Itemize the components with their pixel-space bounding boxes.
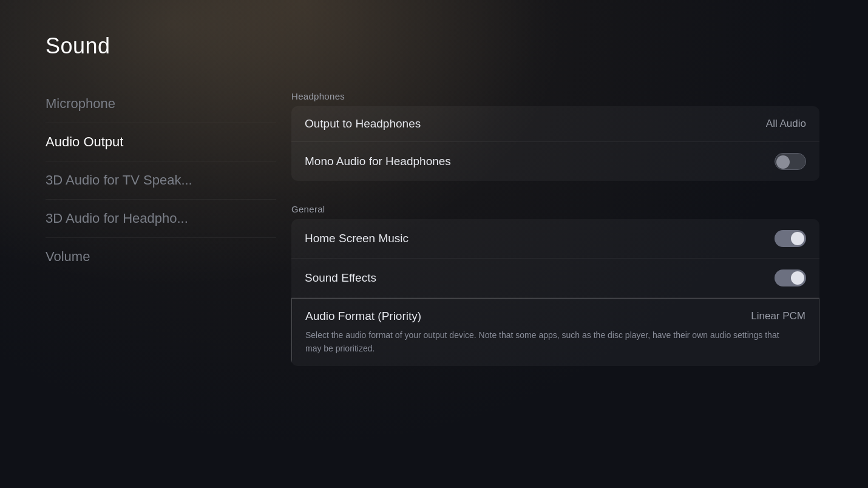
sidebar-item-audio-output[interactable]: Audio Output [46,123,276,161]
mono-audio-label: Mono Audio for Headphones [305,155,451,168]
sidebar-item-microphone[interactable]: Microphone [46,85,276,123]
home-screen-music-label: Home Screen Music [305,232,409,245]
output-to-headphones-value: All Audio [766,118,806,130]
section-label-headphones: Headphones [291,85,819,106]
sidebar-item-volume[interactable]: Volume [46,238,276,276]
page-title: Sound [46,33,110,59]
home-screen-music-toggle-knob [791,232,804,245]
general-group: Home Screen Music Sound Effects Audio Fo… [291,219,819,366]
sound-effects-toggle-knob [791,271,804,285]
mono-audio-toggle-knob [776,155,790,169]
main-content: Headphones Output to Headphones All Audi… [291,85,819,464]
home-screen-music-row[interactable]: Home Screen Music [291,219,819,259]
mono-audio-toggle[interactable] [775,153,806,170]
section-label-general: General [291,198,819,219]
sidebar-item-3d-headphones[interactable]: 3D Audio for Headpho... [46,200,276,238]
audio-format-row[interactable]: Audio Format (Priority) Linear PCM Selec… [291,298,819,366]
audio-format-value: Linear PCM [751,310,805,322]
audio-format-label: Audio Format (Priority) [305,310,421,323]
sound-effects-toggle[interactable] [775,269,806,286]
audio-format-top: Audio Format (Priority) Linear PCM [305,310,805,323]
output-to-headphones-label: Output to Headphones [305,117,421,130]
audio-format-content: Audio Format (Priority) Linear PCM Selec… [305,310,805,355]
sidebar: Microphone Audio Output 3D Audio for TV … [46,85,276,276]
sidebar-item-3d-tv[interactable]: 3D Audio for TV Speak... [46,161,276,200]
audio-format-description: Select the audio format of your output d… [305,329,781,355]
output-to-headphones-row[interactable]: Output to Headphones All Audio [291,106,819,142]
headphones-group: Output to Headphones All Audio Mono Audi… [291,106,819,181]
sound-effects-row[interactable]: Sound Effects [291,259,819,298]
home-screen-music-toggle[interactable] [775,230,806,247]
sound-effects-label: Sound Effects [305,271,376,285]
mono-audio-row[interactable]: Mono Audio for Headphones [291,142,819,181]
